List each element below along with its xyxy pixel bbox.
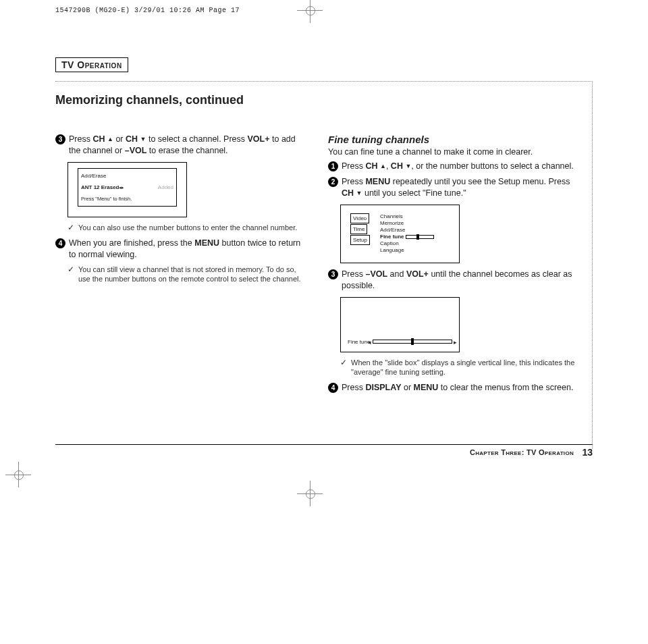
- text: CH: [365, 161, 377, 171]
- text: ,: [386, 161, 391, 171]
- osd-item-selected: Fine tune: [380, 234, 404, 240]
- text: –VOL: [125, 146, 147, 155]
- intro-text: You can fine tune a channel to make it c…: [328, 146, 578, 158]
- text: Press: [342, 383, 365, 392]
- text: , or the number buttons to select a chan…: [411, 161, 573, 171]
- tip-text: You can still view a channel that is not…: [78, 265, 305, 284]
- page-title: Memorizing channels, continued: [55, 93, 244, 107]
- step-number-icon: 4: [328, 383, 338, 393]
- tip-text: When the "slide box" displays a single v…: [351, 358, 578, 377]
- print-header: 1547290B (MG20-E) 3/29/01 10:26 AM Page …: [55, 7, 240, 14]
- osd-tab: Time: [350, 224, 367, 234]
- tip-note: ✓ When the "slide box" displays a single…: [340, 358, 578, 377]
- tip-note: ✓ You can still view a channel that is n…: [68, 265, 305, 284]
- text: MENU: [414, 383, 439, 392]
- text: and: [387, 269, 406, 279]
- step-number-icon: 1: [328, 161, 338, 171]
- osd-title: Add/Erase: [81, 170, 173, 182]
- step-3: 3 Press –VOL and VOL+ until the channel …: [328, 269, 578, 292]
- triangle-up-icon: ▲: [380, 163, 386, 169]
- registration-mark-icon: [302, 486, 317, 501]
- text: or: [113, 134, 126, 144]
- tip-text: You can also use the number buttons to e…: [78, 223, 297, 232]
- text: DISPLAY: [365, 383, 401, 392]
- text: Press: [342, 269, 365, 279]
- right-column: Fine tuning channels You can fine tune a…: [328, 134, 578, 398]
- text: CH: [126, 134, 138, 144]
- text: Press: [342, 161, 365, 171]
- step-body: Press CH ▲, CH ▼, or the number buttons …: [342, 161, 578, 172]
- osd-menu-items: Channels Memorize Add/Erase Fine tune Ca…: [380, 213, 434, 254]
- text: VOL+: [406, 269, 429, 279]
- triangle-down-icon: ▼: [405, 163, 411, 169]
- section-tag: TV Operation: [55, 57, 128, 72]
- osd-inner: Add/Erase ANT 12 Erased◂▸ Added Press "M…: [78, 168, 177, 207]
- slider-icon: [406, 235, 434, 239]
- step-body: When you are finished, press the MENU bu…: [69, 238, 305, 261]
- registration-mark-icon: [302, 3, 317, 18]
- text: When you are finished, press the: [69, 238, 194, 248]
- text: –VOL: [365, 269, 387, 279]
- step-number-icon: 2: [328, 177, 338, 187]
- osd-item: Memorize: [380, 220, 434, 227]
- text: VOL+: [248, 134, 270, 144]
- text: to select a channel. Press: [146, 134, 247, 144]
- step-4: 4 Press DISPLAY or MENU to clear the men…: [328, 382, 578, 394]
- osd-add-erase: Add/Erase ANT 12 Erased◂▸ Added Press "M…: [68, 162, 187, 217]
- text: to clear the menus from the screen.: [438, 383, 573, 392]
- text: Press: [342, 177, 365, 186]
- dotted-divider-vertical: [592, 81, 593, 449]
- triangle-left-icon: ◂▸: [119, 185, 124, 190]
- step-body: Press MENU repeatedly until you see the …: [342, 176, 578, 199]
- text: MENU: [365, 177, 390, 186]
- subsection-heading: Fine tuning channels: [328, 134, 578, 145]
- footer-page-number: 13: [582, 447, 593, 458]
- checkmark-icon: ✓: [340, 358, 347, 377]
- text: to erase the channel.: [146, 146, 227, 155]
- text: or: [401, 383, 413, 392]
- left-column: 3 Press CH ▲ or CH ▼ to select a channel…: [55, 134, 305, 289]
- osd-alt: Added: [158, 182, 173, 193]
- step-body: Press –VOL and VOL+ until the channel be…: [342, 269, 578, 292]
- step-3: 3 Press CH ▲ or CH ▼ to select a channel…: [55, 134, 305, 157]
- osd-item: Add/Erase: [380, 227, 434, 234]
- osd-item: Channels: [380, 213, 434, 220]
- tip-note: ✓ You can also use the number buttons to…: [68, 223, 305, 232]
- text: repeatedly until you see the Setup menu.…: [390, 177, 570, 186]
- text: CH: [391, 161, 403, 171]
- text: until you select "Fine tune.": [362, 188, 466, 198]
- text: MENU: [194, 238, 219, 248]
- text: CH: [342, 188, 354, 198]
- osd-slider-label: Fine tune: [348, 336, 370, 348]
- step-number-icon: 3: [55, 134, 65, 144]
- step-body: Press DISPLAY or MENU to clear the menus…: [342, 382, 578, 394]
- osd-tabs: Video Time Setup: [350, 213, 370, 246]
- osd-tab: Setup: [350, 235, 370, 245]
- step-number-icon: 4: [55, 238, 65, 248]
- osd-fine-tune-slider: Fine tune: [340, 297, 460, 352]
- osd-status: ANT 12 Erased: [81, 184, 119, 190]
- osd-item: Caption: [380, 240, 434, 247]
- dotted-divider: [55, 81, 593, 82]
- slider-icon: [373, 340, 452, 344]
- step-number-icon: 3: [328, 269, 338, 279]
- step-1: 1 Press CH ▲, CH ▼, or the number button…: [328, 161, 578, 172]
- text: CH: [92, 134, 105, 144]
- step-4: 4 When you are finished, press the MENU …: [55, 238, 305, 261]
- checkmark-icon: ✓: [68, 223, 74, 232]
- footer-rule: [55, 444, 593, 445]
- step-2: 2 Press MENU repeatedly until you see th…: [328, 176, 578, 199]
- osd-hint: Press "Menu" to finish.: [81, 193, 173, 205]
- osd-tab: Video: [350, 213, 369, 223]
- osd-setup-menu: Video Time Setup Channels Memorize Add/E…: [340, 205, 460, 263]
- text: Press: [69, 134, 92, 144]
- osd-item: Language: [380, 247, 434, 254]
- registration-mark-icon: [11, 467, 26, 482]
- footer-chapter-label: Chapter Three: TV Operation: [470, 448, 574, 456]
- triangle-up-icon: ▲: [107, 136, 113, 142]
- checkmark-icon: ✓: [68, 265, 74, 284]
- step-body: Press CH ▲ or CH ▼ to select a channel. …: [69, 134, 305, 157]
